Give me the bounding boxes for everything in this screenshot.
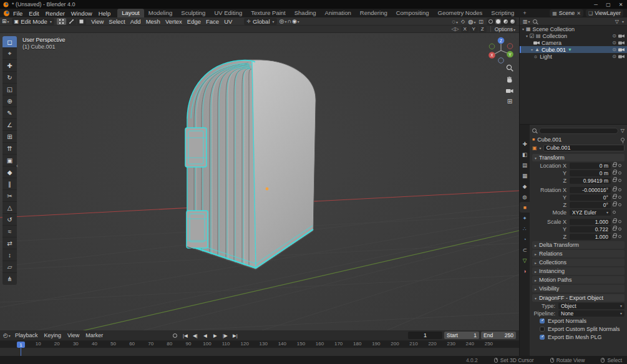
disable-render-icon[interactable] — [618, 34, 625, 38]
menu-item[interactable]: Help — [95, 10, 114, 17]
unlink-icon[interactable]: ✕ — [576, 11, 581, 16]
viewport-menu-item[interactable]: View — [89, 18, 106, 25]
keyframe-dot-icon[interactable] — [618, 179, 621, 182]
face-select-button[interactable] — [77, 18, 86, 25]
tool-button[interactable]: ⊞ — [2, 131, 17, 143]
properties-tab[interactable]: ∴ — [520, 223, 530, 234]
rotation-y-field[interactable]: 0° — [570, 194, 611, 201]
mirror-axis-button[interactable]: Y — [470, 26, 478, 32]
lock-icon[interactable] — [613, 196, 616, 199]
export-checkbox-row[interactable]: Export Bin Mesh PLG — [532, 333, 625, 341]
lock-icon[interactable] — [613, 235, 616, 238]
tool-button[interactable]: ◻ — [2, 36, 17, 48]
disable-render-icon[interactable] — [618, 54, 625, 59]
viewport-menu-item[interactable]: Vertex — [163, 18, 185, 25]
collapsed-section-header[interactable]: ▸ Visibility — [532, 285, 625, 292]
rotation-mode-dropdown[interactable]: XYZ Euler▾ — [570, 209, 611, 216]
tool-button[interactable]: ↕ — [2, 249, 17, 261]
workspace-tab[interactable]: Geometry Nodes — [434, 9, 487, 17]
gizmos-toggle[interactable]: ◇ — [461, 19, 465, 24]
play-button[interactable]: ▶ — [210, 332, 220, 340]
scale-y-field[interactable]: 0.722 — [570, 226, 611, 232]
filter-icon[interactable]: ▽ — [621, 128, 625, 133]
pivot-point-dropdown[interactable]: ◎▾ — [279, 18, 287, 24]
lock-icon[interactable] — [613, 188, 616, 191]
next-keyframe-button[interactable]: |▶ — [220, 332, 230, 340]
camera-view-icon[interactable] — [506, 88, 513, 93]
keyframe-dot-icon[interactable] — [618, 171, 621, 175]
viewport-menu-item[interactable]: Edge — [185, 18, 203, 25]
viewport-menu-item[interactable]: Add — [128, 18, 143, 25]
properties-tab[interactable]: ◆ — [520, 181, 530, 191]
object-name-field[interactable]: Cube.001 — [543, 145, 625, 151]
keyframe-dot-icon[interactable] — [618, 235, 621, 238]
workspace-tab[interactable]: Animation — [321, 9, 356, 17]
properties-tab[interactable]: ■ — [520, 202, 530, 213]
disclosure-icon[interactable]: ▾ — [526, 34, 528, 38]
viewport-menu-item[interactable]: UV — [221, 18, 235, 25]
orientation-dropdown[interactable]: ✛ Global ▾ — [244, 18, 276, 25]
location-y-field[interactable]: 0 m — [570, 170, 611, 176]
lock-icon[interactable] — [613, 203, 616, 206]
show-object-types-dropdown[interactable]: ◌▾ — [452, 18, 458, 25]
ortho-grid-icon[interactable]: ⊞ — [507, 98, 512, 105]
workspace-tab[interactable]: Shading — [290, 9, 321, 17]
dragonff-panel-header[interactable]: ▾ DragonFF - Export Object — [532, 294, 625, 302]
viewport-menu-item[interactable]: Select — [106, 18, 127, 25]
rotation-x-field[interactable]: -0.000016° — [570, 187, 611, 193]
mesh-object[interactable] — [185, 60, 316, 270]
display-mode-icon[interactable]: ▥▾ — [523, 19, 530, 24]
tool-button[interactable]: ✂ — [2, 190, 17, 202]
export-checkbox-row[interactable]: Export Custom Split Normals — [532, 325, 625, 333]
playhead[interactable]: 1 — [17, 342, 25, 348]
vertex-select-button[interactable] — [57, 18, 66, 25]
menu-item[interactable]: Edit — [26, 10, 42, 17]
timeline-menu-item[interactable]: Playback — [12, 332, 41, 338]
timeline-menu-item[interactable]: View — [64, 332, 82, 338]
search-icon[interactable] — [533, 19, 537, 24]
keyframe-dot-icon[interactable] — [618, 196, 621, 199]
workspace-tab[interactable]: Modeling — [144, 9, 177, 17]
tool-button[interactable]: ✎ — [2, 107, 17, 119]
edge-select-button[interactable] — [67, 18, 76, 25]
material-shading-button[interactable] — [503, 19, 508, 24]
filter-icon[interactable]: ▽ — [615, 19, 619, 24]
disclosure-icon[interactable]: ▾ — [531, 47, 533, 52]
tool-button[interactable]: ↻ — [2, 72, 17, 84]
workspace-tab[interactable]: Layout — [117, 9, 144, 17]
rotation-z-field[interactable]: 0° — [570, 202, 611, 208]
lock-icon[interactable] — [613, 228, 616, 231]
auto-keyframe-button[interactable] — [173, 333, 177, 338]
lock-icon[interactable] — [613, 171, 616, 175]
minimize-button[interactable]: ─ — [590, 2, 602, 7]
blender-menu-icon[interactable] — [3, 10, 10, 17]
collapsed-section-header[interactable]: ▸ Delta Transform — [532, 241, 625, 249]
timeline-editor-icon[interactable]: ◴▾ — [3, 332, 11, 338]
checkbox-icon[interactable] — [540, 335, 545, 340]
close-button[interactable]: ✕ — [615, 2, 627, 7]
checkbox-icon[interactable] — [540, 327, 545, 332]
location-z-field[interactable]: 0.99419 m — [570, 178, 611, 184]
scene-selector[interactable]: ▦ Scene ✕ — [550, 9, 583, 17]
properties-tab[interactable]: ⊂ — [520, 244, 530, 255]
transform-panel-header[interactable]: ▾ Transform — [532, 154, 625, 161]
properties-tab[interactable]: ▤ — [520, 160, 530, 170]
snap-magnet-icon[interactable]: ∩ — [287, 18, 291, 24]
editor-type-icon[interactable]: ⊞▾ — [2, 18, 9, 24]
viewport-menu-item[interactable]: Face — [203, 18, 221, 25]
timeline-tracks[interactable] — [0, 348, 519, 356]
hide-eye-icon[interactable]: ⊙ — [612, 33, 616, 39]
wireframe-shading-button[interactable] — [488, 19, 493, 24]
collection-checkbox[interactable]: ✓ — [530, 34, 534, 38]
tool-button[interactable]: ▣ — [2, 155, 17, 166]
properties-tab[interactable]: ◍ — [520, 191, 530, 202]
tool-button[interactable]: ⌖ — [2, 48, 17, 60]
location-x-field[interactable]: 0 m — [570, 163, 611, 169]
menu-item[interactable]: File — [10, 10, 26, 17]
outliner-row-light[interactable]: ☼ Light ⊙ — [520, 53, 627, 60]
zoom-icon[interactable] — [506, 64, 513, 72]
properties-tab[interactable]: ◑ — [520, 266, 530, 276]
navigation-gizmo[interactable]: Z X Y — [486, 36, 516, 65]
tool-button[interactable]: ⊕ — [2, 95, 17, 107]
viewport-3d[interactable]: User Perspective (1) Cube.001 ◻⌖✚↻◱⊕✎∠⊞⇈… — [0, 33, 519, 330]
